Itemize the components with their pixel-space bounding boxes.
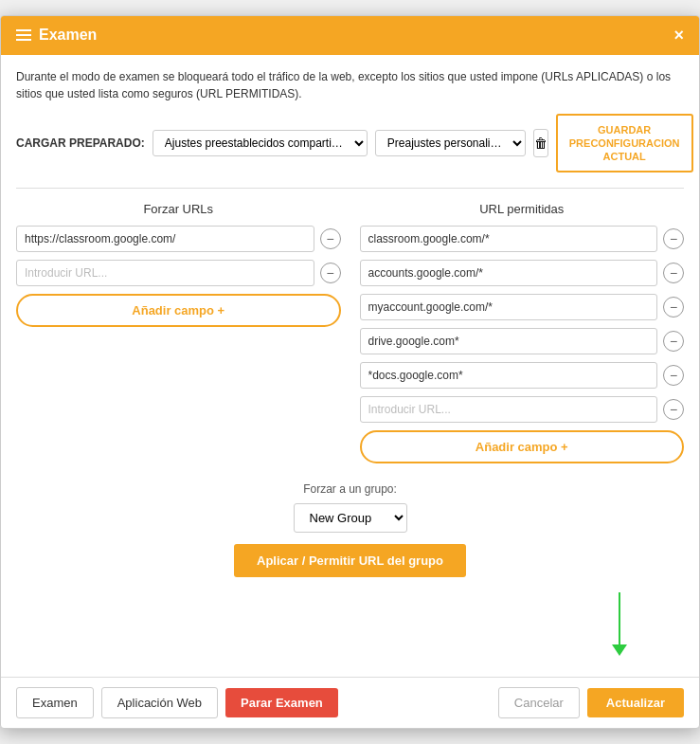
group-label: Forzar a un grupo: [16,482,684,496]
modal-body: Durante el modo de examen se bloqueará t… [1,55,699,678]
remove-forced-url-0[interactable]: − [320,228,341,249]
down-arrow-line [619,592,620,644]
webapp-button[interactable]: Aplicación Web [101,687,218,718]
allowed-url-row-5: − [360,396,685,423]
allowed-urls-title: URL permitidas [360,202,685,216]
allowed-url-input-0[interactable] [360,226,658,252]
modal-container: Examen × Durante el modo de examen se bl… [0,15,700,730]
cancel-button[interactable]: Cancelar [498,687,580,718]
trash-button[interactable]: 🗑 [533,129,548,157]
load-preset-label: CARGAR PREPARADO: [16,136,145,150]
exam-button[interactable]: Examen [16,687,94,718]
apply-group-button[interactable]: Aplicar / Permitir URL del grupo [234,544,466,577]
allowed-url-row-3: − [360,328,685,354]
load-preset-row: CARGAR PREPARADO: Ajustes preestablecido… [16,114,684,173]
allowed-url-row-2: − [360,294,685,320]
hamburger-icon [16,29,31,41]
allowed-url-input-5[interactable] [360,396,658,423]
group-section: Forzar a un grupo: New Group Aplicar / P… [16,482,684,577]
allowed-url-row-4: − [360,362,685,389]
remove-allowed-url-4[interactable]: − [663,365,684,386]
url-columns: Forzar URLs − − Añadir campo + URL permi… [16,202,684,463]
remove-allowed-url-5[interactable]: − [663,399,684,420]
allowed-url-input-4[interactable] [360,362,658,389]
update-button[interactable]: Actualizar [587,688,684,717]
modal-title: Examen [16,27,97,44]
stop-exam-button[interactable]: Parar Examen [225,688,338,717]
forced-urls-title: Forzar URLs [16,202,341,216]
trash-icon: 🗑 [534,136,547,151]
forced-url-input-1[interactable] [16,260,314,286]
allowed-url-row-0: − [360,226,685,252]
shared-preset-select[interactable]: Ajustes preestablecidos comparti… [153,130,368,156]
group-select[interactable]: New Group [294,503,407,533]
modal-header: Examen × [1,16,699,55]
allowed-urls-column: URL permitidas − − − − [360,202,685,463]
add-allowed-url-button[interactable]: Añadir campo + [360,430,685,463]
remove-allowed-url-1[interactable]: − [663,263,684,283]
forced-urls-column: Forzar URLs − − Añadir campo + [16,202,341,463]
forced-url-row-1: − [16,260,341,286]
close-button[interactable]: × [673,26,684,45]
remove-forced-url-1[interactable]: − [320,263,341,283]
modal-footer: Examen Aplicación Web Parar Examen Cance… [1,677,699,728]
allowed-url-input-2[interactable] [360,294,658,320]
down-arrow-head [612,644,627,656]
remove-allowed-url-3[interactable]: − [663,331,684,352]
title-text: Examen [39,27,97,44]
allowed-url-input-1[interactable] [360,260,658,286]
remove-allowed-url-2[interactable]: − [663,297,684,318]
section-divider [16,188,684,189]
allowed-url-input-3[interactable] [360,328,658,354]
group-select-wrapper: New Group [294,503,407,533]
add-forced-url-button[interactable]: Añadir campo + [16,294,341,327]
forced-url-input-0[interactable] [16,226,314,252]
arrow-section [16,592,684,656]
allowed-url-row-1: − [360,260,685,286]
personal-preset-select[interactable]: Preajustes personali… [375,130,526,156]
forced-url-row-0: − [16,226,341,252]
remove-allowed-url-0[interactable]: − [663,228,684,249]
save-preset-button[interactable]: GUARDARPRECONFIGURACIONACTUAL [556,114,693,173]
description-text: Durante el modo de examen se bloqueará t… [16,68,684,102]
